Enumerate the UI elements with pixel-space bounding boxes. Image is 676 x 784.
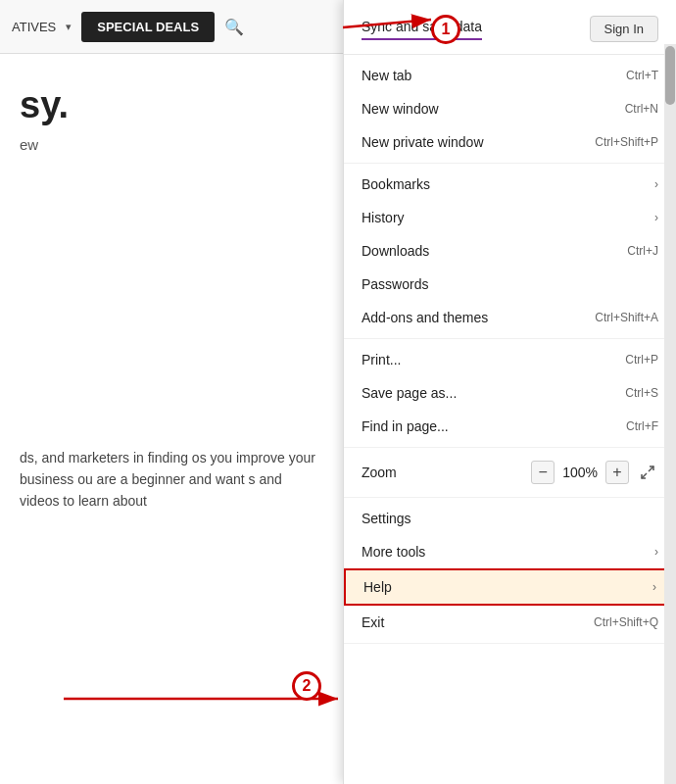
bookmarks-item[interactable]: Bookmarks › [344,168,676,201]
help-label: Help [363,579,392,595]
zoom-value: 100% [562,465,598,480]
zoom-section: Zoom − 100% + [344,448,676,498]
annotation-circle-1: 1 [431,15,460,44]
new-tab-shortcut: Ctrl+T [626,69,658,82]
zoom-controls: − 100% + [531,461,658,484]
scrollbar[interactable] [664,44,676,784]
addons-shortcut: Ctrl+Shift+A [595,311,658,324]
exit-item[interactable]: Exit Ctrl+Shift+Q [344,606,676,639]
zoom-row: Zoom − 100% + [344,452,676,493]
nav-dropdown-icon: ▾ [66,21,72,33]
find-in-page-shortcut: Ctrl+F [626,419,658,433]
browser-menu: Sync and save data Sign In New tab Ctrl+… [343,0,676,784]
downloads-item[interactable]: Downloads Ctrl+J [344,234,676,268]
history-arrow: › [654,211,658,224]
background-page: ATIVES ▾ SPECIAL DEALS 🔍 sy. ew ds, and … [0,0,343,784]
new-tab-item[interactable]: New tab Ctrl+T [344,59,676,92]
page-subheading: ew [20,136,323,153]
search-icon[interactable]: 🔍 [224,18,244,36]
new-window-item[interactable]: New window Ctrl+N [344,92,676,125]
bookmarks-label: Bookmarks [362,176,430,192]
addons-item[interactable]: Add-ons and themes Ctrl+Shift+A [344,301,676,334]
menu-section-4: Settings More tools › Help › Exit Ctrl+S… [344,498,676,644]
svg-line-1 [343,20,431,27]
menu-section-2: Bookmarks › History › Downloads Ctrl+J P… [344,164,676,339]
nav-atives: ATIVES [12,20,56,34]
new-window-label: New window [362,101,439,117]
settings-label: Settings [362,511,411,526]
more-tools-arrow: › [654,545,658,559]
background-content: sy. ew ds, and marketers in finding os y… [0,54,343,542]
save-page-label: Save page as... [362,385,457,401]
new-tab-label: New tab [362,68,411,83]
downloads-label: Downloads [362,243,429,259]
passwords-label: Passwords [362,276,428,292]
downloads-shortcut: Ctrl+J [627,244,658,258]
expand-icon [640,465,655,480]
page-heading: sy. [20,83,323,128]
bookmarks-arrow: › [654,177,658,191]
save-page-item[interactable]: Save page as... Ctrl+S [344,376,676,410]
addons-label: Add-ons and themes [362,310,488,325]
zoom-expand-button[interactable] [637,462,658,483]
passwords-item[interactable]: Passwords [344,268,676,301]
find-in-page-item[interactable]: Find in page... Ctrl+F [344,410,676,443]
more-tools-label: More tools [362,544,425,560]
find-in-page-label: Find in page... [362,418,449,434]
page-paragraph: ds, and marketers in finding os you impr… [20,447,323,513]
history-label: History [362,210,405,225]
new-private-window-item[interactable]: New private window Ctrl+Shift+P [344,125,676,159]
zoom-minus-button[interactable]: − [531,461,555,484]
annotation-circle-2: 2 [292,671,321,701]
exit-label: Exit [362,614,384,630]
special-deals-button[interactable]: SPECIAL DEALS [81,12,215,42]
new-window-shortcut: Ctrl+N [625,102,658,116]
print-label: Print... [362,352,401,368]
menu-section-1: New tab Ctrl+T New window Ctrl+N New pri… [344,55,676,164]
print-item[interactable]: Print... Ctrl+P [344,343,676,376]
sign-in-button[interactable]: Sign In [590,16,658,42]
new-private-window-label: New private window [362,134,484,150]
background-navbar: ATIVES ▾ SPECIAL DEALS 🔍 [0,0,343,54]
save-page-shortcut: Ctrl+S [625,386,658,400]
zoom-label: Zoom [362,465,397,480]
zoom-plus-button[interactable]: + [605,461,629,484]
new-private-window-shortcut: Ctrl+Shift+P [595,135,658,149]
print-shortcut: Ctrl+P [625,353,658,367]
more-tools-item[interactable]: More tools › [344,535,676,568]
exit-shortcut: Ctrl+Shift+Q [594,615,658,629]
help-arrow: › [652,580,656,594]
history-item[interactable]: History › [344,201,676,234]
settings-item[interactable]: Settings [344,502,676,535]
menu-section-3: Print... Ctrl+P Save page as... Ctrl+S F… [344,339,676,448]
help-item[interactable]: Help › [344,568,676,606]
scrollbar-thumb[interactable] [665,46,675,105]
